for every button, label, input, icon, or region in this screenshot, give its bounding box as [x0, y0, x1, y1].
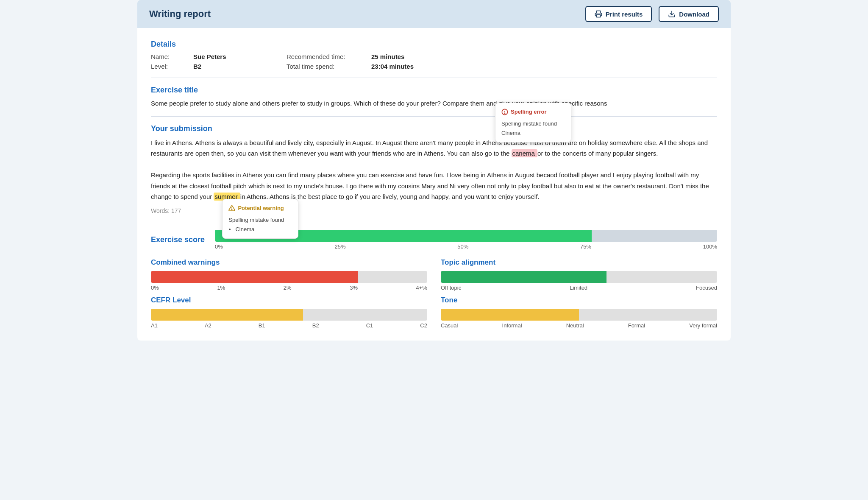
topic-alignment-section: Topic alignment Off topic Limited Focuse… — [441, 258, 717, 291]
exercise-text: Some people prefer to study alone and ot… — [151, 99, 717, 109]
topic-bar-fill — [441, 271, 606, 283]
tooltip-potential-warning: Potential warning Spelling mistake found… — [222, 199, 298, 239]
level-value: B2 — [193, 63, 287, 70]
two-col-section-2: CEFR Level A1 A2 B1 B2 C1 C2 Tone — [151, 296, 717, 329]
para2-before: Regarding the sports facilities in Athen… — [151, 171, 550, 179]
submission-title: Your submission — [151, 124, 717, 133]
cefr-labels: A1 A2 B1 B2 C1 C2 — [151, 322, 427, 329]
highlighted-word-summer[interactable]: summer Potential warning Spell — [214, 193, 240, 201]
score-labels: 0% 25% 50% 75% 100% — [215, 243, 717, 250]
total-time-value: 23:04 minutes — [371, 63, 456, 70]
tooltip-red-title: Spelling error — [511, 107, 547, 117]
warnings-bar-fill — [151, 271, 358, 283]
warning-circle-icon — [501, 109, 508, 115]
level-label: Level: — [151, 63, 193, 70]
print-icon — [595, 10, 602, 18]
combined-warnings-title: Combined warnings — [151, 258, 427, 267]
tone-bar-fill — [441, 309, 579, 321]
highlighted-word-canema[interactable]: canema Spelling error Spelling — [512, 149, 538, 157]
tone-labels: Casual Informal Neutral Formal Very form… — [441, 322, 717, 329]
cefr-title: CEFR Level — [151, 296, 427, 304]
tooltip-spelling-error: Spelling error Spelling mistake found Ci… — [495, 103, 571, 142]
tone-section: Tone Casual Informal Neutral Formal Very… — [441, 296, 717, 329]
cefr-section: CEFR Level A1 A2 B1 B2 C1 C2 — [151, 296, 427, 329]
header: Writing report Print results Download — [137, 0, 731, 28]
main-content: Details Name: Sue Peters Recommended tim… — [137, 28, 731, 341]
exercise-section: Exercise title Some people prefer to stu… — [151, 86, 717, 109]
details-section: Details Name: Sue Peters Recommended tim… — [151, 40, 717, 70]
rec-time-label: Recommended time: — [287, 53, 371, 60]
warning-triangle-icon — [228, 205, 235, 212]
two-col-section: Combined warnings 0% 1% 2% 3% 4+% Topic … — [151, 258, 717, 291]
tone-title: Tone — [441, 296, 717, 304]
topic-labels: Off topic Limited Focused — [441, 285, 717, 291]
tooltip-red-header: Spelling error — [501, 107, 565, 117]
name-label: Name: — [151, 53, 193, 60]
submission-section: Your submission I live in Athens. Athens… — [151, 124, 717, 214]
header-actions: Print results Download — [585, 6, 719, 22]
svg-point-6 — [232, 209, 232, 209]
exercise-score-title: Exercise score — [151, 235, 205, 244]
tooltip-yellow-title: Potential warning — [238, 204, 284, 213]
tooltip-yellow-header: Potential warning — [228, 204, 292, 213]
divider-1 — [151, 78, 717, 78]
warnings-labels: 0% 1% 2% 3% 4+% — [151, 285, 427, 291]
details-title: Details — [151, 40, 717, 49]
divider-2 — [151, 116, 717, 117]
warnings-bar-bg — [151, 271, 427, 283]
cefr-bar-fill — [151, 309, 303, 321]
rec-time-value: 25 minutes — [371, 53, 456, 60]
topic-bar-bg — [441, 271, 717, 283]
tone-bar-bg — [441, 309, 717, 321]
topic-alignment-title: Topic alignment — [441, 258, 717, 267]
svg-point-4 — [504, 113, 505, 113]
combined-warnings-section: Combined warnings 0% 1% 2% 3% 4+% — [151, 258, 427, 291]
total-time-label: Total time spend: — [287, 63, 371, 70]
cefr-bar-bg — [151, 309, 427, 321]
page-title: Writing report — [149, 8, 211, 20]
para1-after: or to the concerts of many popular singe… — [537, 150, 658, 157]
download-button[interactable]: Download — [659, 6, 719, 22]
print-button[interactable]: Print results — [585, 6, 652, 22]
exercise-title: Exercise title — [151, 86, 717, 95]
name-value: Sue Peters — [193, 53, 287, 60]
details-grid: Name: Sue Peters Recommended time: 25 mi… — [151, 53, 717, 70]
download-icon — [668, 10, 676, 18]
submission-text: I live in Athens. Athens is always a bea… — [151, 137, 717, 202]
tooltip-red-body: Spelling mistake found Cinema — [501, 119, 565, 138]
svg-rect-0 — [596, 15, 600, 17]
tooltip-yellow-body: Spelling mistake found Cinema — [228, 215, 292, 234]
